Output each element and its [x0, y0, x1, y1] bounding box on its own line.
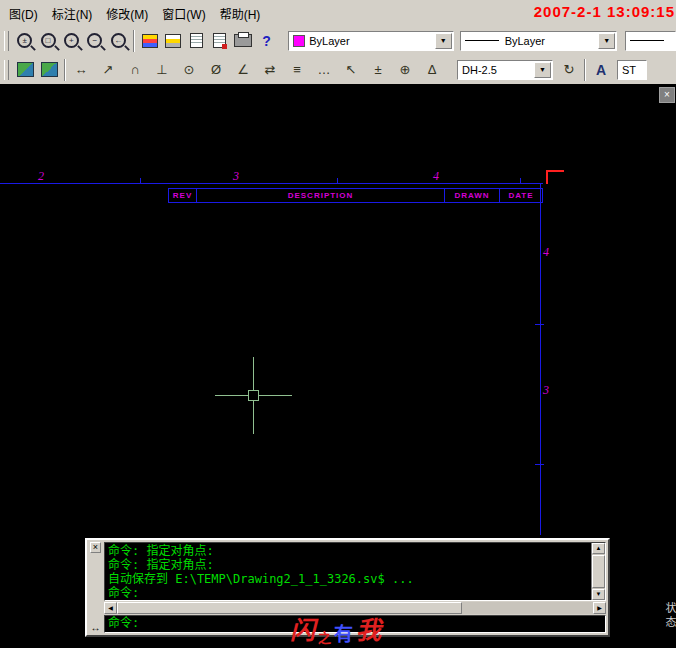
help-icon[interactable]: ?	[255, 29, 278, 53]
match-properties-icon[interactable]	[208, 29, 231, 53]
tolerance-icon[interactable]: ±	[366, 58, 390, 82]
quick-leader-icon[interactable]: ↖	[339, 58, 363, 82]
icon-glyph: ↖	[346, 63, 357, 76]
dimension-toolbar: ↔ ↗ ∩ ⊥ ⊙ Ø ∠ ⇄ ≡ … ↖ ± ⊕ Δ DH-2.5 ▼ ↻ A…	[0, 55, 676, 84]
zone-label: 4	[543, 246, 549, 258]
view-cube-icon	[17, 62, 34, 77]
color-swatch	[293, 35, 305, 47]
chevron-down-icon[interactable]: ▼	[534, 62, 551, 78]
watermark-char: 之	[318, 627, 331, 646]
baseline-dimension-icon[interactable]: ≡	[285, 58, 309, 82]
radius-dimension-icon[interactable]: ⊙	[177, 58, 201, 82]
arc-length-dimension-icon[interactable]: ∩	[123, 58, 147, 82]
menu-window[interactable]: 窗口(W)	[155, 1, 212, 26]
zone-label: 2	[38, 170, 44, 182]
close-icon[interactable]: ×	[659, 87, 675, 103]
zone-tick	[535, 464, 544, 465]
menu-modify[interactable]: 修改(M)	[99, 1, 155, 26]
command-history-line: 命令: 指定对角点:	[108, 558, 589, 572]
title-block-header-description: DESCRIPTION	[197, 189, 445, 202]
color-combo[interactable]: ByLayer ▼	[288, 31, 453, 51]
document-icon	[190, 33, 203, 48]
scroll-down-icon[interactable]: ▼	[592, 589, 605, 600]
lineweight-sample-icon	[630, 40, 664, 41]
drawing-area[interactable]: 2 3 4 4 3 REV DESCRIPTION DRAWN DATE × 状…	[0, 84, 676, 648]
watermark-char: 有	[334, 619, 353, 646]
linetype-combo[interactable]: ByLayer ▼	[460, 31, 618, 51]
menu-draw[interactable]: 图(D)	[2, 1, 45, 26]
sheet-border-right-line	[540, 183, 541, 535]
zoom-realtime-icon[interactable]: ±	[13, 29, 36, 53]
icon-glyph: ∩	[130, 63, 139, 76]
command-history-line: 命令:	[108, 586, 589, 600]
layers-stack-icon	[165, 34, 181, 48]
icon-glyph: …	[318, 63, 331, 76]
icon-glyph: Δ	[428, 63, 437, 76]
icon-glyph: ≡	[293, 63, 301, 76]
clock-overlay: 2007-2-1 13:09:15	[534, 3, 675, 20]
zoom-previous-icon[interactable]: ←	[106, 29, 129, 53]
resize-grip-icon[interactable]: ↔	[91, 622, 101, 633]
layers-list-icon[interactable]	[161, 29, 184, 53]
sw-isometric-view-icon[interactable]	[13, 58, 37, 82]
text-style-combo[interactable]: ST	[617, 60, 647, 80]
angular-dimension-icon[interactable]: ∠	[231, 58, 255, 82]
toolbar-grip[interactable]	[4, 31, 9, 51]
close-icon[interactable]: ×	[90, 542, 101, 553]
command-history-line: 自动保存到 E:\TEMP\Drawing2_1_1_3326.sv$ ...	[108, 572, 589, 586]
text-style-icon[interactable]: A	[589, 58, 613, 82]
icon-glyph: ↻	[564, 63, 575, 76]
command-history[interactable]: 命令: 指定对角点: 命令: 指定对角点: 自动保存到 E:\TEMP\Draw…	[104, 542, 606, 601]
icon-glyph: −	[92, 37, 97, 45]
zone-label: 3	[233, 170, 239, 182]
menu-help[interactable]: 帮助(H)	[213, 1, 268, 26]
pickbox-cursor	[248, 390, 259, 401]
icon-glyph: +	[69, 37, 74, 45]
layer-properties-icon[interactable]	[138, 29, 161, 53]
magnifier-icon: +	[64, 33, 79, 48]
menu-dimension[interactable]: 标注(N)	[45, 1, 100, 26]
dim-style-combo[interactable]: DH-2.5 ▼	[457, 60, 553, 80]
document-icon	[213, 33, 226, 48]
zoom-window-icon[interactable]: □	[36, 29, 59, 53]
command-window-titlebar[interactable]: × ↔	[89, 542, 102, 633]
scrollbar-thumb[interactable]	[592, 555, 605, 588]
diameter-dimension-icon[interactable]: Ø	[204, 58, 228, 82]
magnifier-icon: ←	[111, 33, 126, 48]
dimension-update-icon[interactable]: ↻	[557, 58, 581, 82]
lineweight-combo[interactable]	[625, 31, 676, 51]
linear-dimension-icon[interactable]: ↔	[69, 58, 93, 82]
dimension-edit-icon[interactable]: Δ	[420, 58, 444, 82]
question-mark-icon: ?	[262, 33, 271, 49]
continue-dimension-icon[interactable]: …	[312, 58, 336, 82]
object-properties-icon[interactable]	[185, 29, 208, 53]
text-style-combo-value: ST	[622, 64, 636, 76]
toolbar-grip[interactable]	[4, 60, 9, 80]
title-block-header-drawn: DRAWN	[445, 189, 500, 202]
icon-glyph: ∠	[237, 63, 249, 76]
zone-tick	[535, 324, 544, 325]
watermark-char: 闪	[290, 610, 315, 646]
print-icon[interactable]	[231, 29, 254, 53]
scroll-left-icon[interactable]: ◀	[104, 602, 117, 614]
chevron-down-icon[interactable]: ▼	[435, 33, 452, 49]
watermark: 闪 之 有 我	[290, 610, 381, 646]
center-mark-icon[interactable]: ⊕	[393, 58, 417, 82]
watermark-char: 我	[356, 610, 381, 646]
aligned-dimension-icon[interactable]: ↗	[96, 58, 120, 82]
scroll-up-icon[interactable]: ▲	[592, 543, 605, 554]
dim-style-combo-value: DH-2.5	[462, 64, 497, 76]
standard-toolbar: ± □ + − ← ? ByLayer ▼ ByLayer ▼	[0, 26, 676, 55]
view-cube-icon	[41, 62, 58, 77]
command-history-lines: 命令: 指定对角点: 命令: 指定对角点: 自动保存到 E:\TEMP\Draw…	[108, 544, 589, 600]
vertical-scrollbar[interactable]: ▲ ▼	[591, 543, 605, 600]
zoom-out-icon[interactable]: −	[83, 29, 106, 53]
se-isometric-view-icon[interactable]	[37, 58, 61, 82]
scroll-right-icon[interactable]: ▶	[593, 602, 606, 614]
zoom-in-icon[interactable]: +	[60, 29, 83, 53]
ordinate-dimension-icon[interactable]: ⊥	[150, 58, 174, 82]
icon-glyph: ←	[114, 37, 122, 45]
chevron-down-icon[interactable]: ▼	[598, 33, 615, 49]
quick-dimension-icon[interactable]: ⇄	[258, 58, 282, 82]
toolbar-separator	[133, 30, 135, 52]
